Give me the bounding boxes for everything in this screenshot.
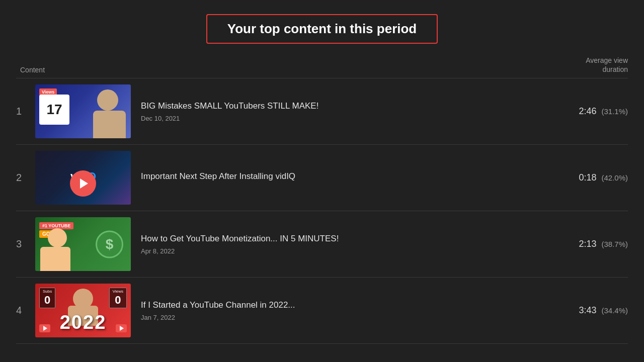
video-date: Apr 8, 2022: [141, 247, 532, 255]
video-title: If I Started a YouTube Channel in 2022..…: [141, 300, 532, 311]
rank-number: 1: [16, 106, 35, 117]
page-title: Your top content in this period: [227, 21, 417, 36]
video-info: How to Get YouTube Monetization... IN 5 …: [141, 233, 532, 255]
video-info: Important Next Step After Installing vid…: [141, 171, 532, 185]
page: Your top content in this period Content …: [0, 0, 644, 362]
percent: (34.4%): [601, 306, 628, 315]
video-stats: 2:13 (38.7%): [532, 239, 628, 249]
video-stats: 2:46 (31.1%): [532, 106, 628, 117]
duration: 3:43: [579, 305, 596, 316]
video-stats: 0:18 (42.0%): [532, 172, 628, 183]
video-stats: 3:43 (34.4%): [532, 305, 628, 316]
percent: (31.1%): [601, 107, 628, 116]
table-row[interactable]: 2 vidIQ Important Next Step After Instal…: [16, 145, 628, 211]
video-title: How to Get YouTube Monetization... IN 5 …: [141, 233, 532, 244]
rank-number: 2: [16, 172, 35, 184]
video-date: Jan 7, 2022: [141, 314, 532, 321]
duration: 2:13: [579, 239, 596, 249]
header-title-box: Your top content in this period: [206, 14, 438, 44]
table-row[interactable]: 1 Views 17 BIG Mistakes SMALL YouTubers …: [16, 78, 628, 145]
percent: (38.7%): [601, 240, 628, 248]
rank-number: 4: [16, 305, 35, 316]
thumbnail: vidIQ: [35, 151, 131, 205]
thumbnail: #1 YOUTUBE GOAL! $: [35, 217, 131, 271]
table-row[interactable]: 4 Subs0 Views0 2022 If I Started a YouTu…: [16, 278, 628, 344]
video-info: BIG Mistakes SMALL YouTubers STILL MAKE!…: [141, 101, 532, 122]
video-info: If I Started a YouTube Channel in 2022..…: [141, 300, 532, 321]
video-date: Dec 10, 2021: [141, 115, 532, 122]
percent: (42.0%): [601, 173, 628, 182]
col-avg-view-header: Average viewduration: [547, 56, 628, 74]
column-headers: Content Average viewduration: [16, 56, 628, 78]
header-title-wrapper: Your top content in this period: [16, 0, 628, 56]
rank-number: 3: [16, 238, 35, 250]
thumbnail: Subs0 Views0 2022: [35, 284, 131, 337]
duration: 0:18: [579, 172, 596, 183]
video-title: BIG Mistakes SMALL YouTubers STILL MAKE!: [141, 101, 532, 112]
col-content-header: Content: [16, 66, 547, 74]
table-row[interactable]: 3 #1 YOUTUBE GOAL! $ How to Get YouTube …: [16, 211, 628, 278]
duration: 2:46: [579, 106, 596, 117]
video-title: Important Next Step After Installing vid…: [141, 171, 532, 182]
thumbnail: Views 17: [35, 84, 131, 138]
